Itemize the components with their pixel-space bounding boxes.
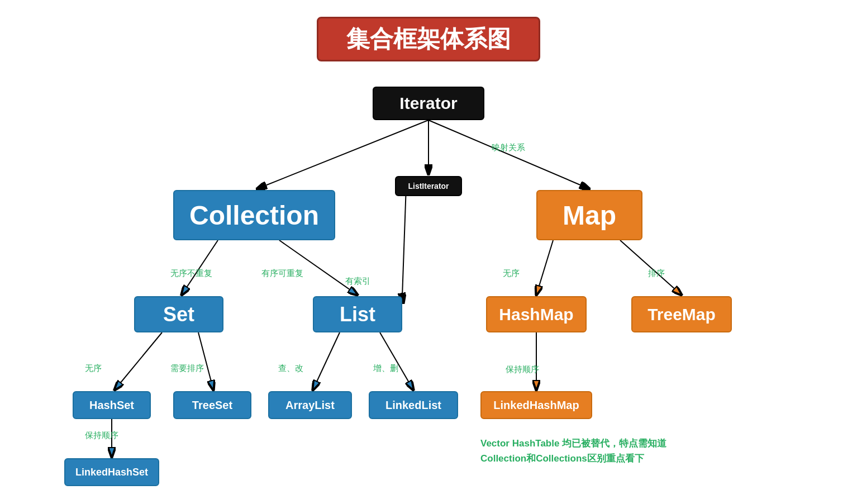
map-node: Map <box>536 190 642 240</box>
svg-line-7 <box>536 240 553 295</box>
indexed-label: 有索引 <box>345 276 370 287</box>
title-node: 集合框架体系图 <box>317 17 540 61</box>
hashset-node: HashSet <box>73 391 151 419</box>
collection-text: Collection <box>189 200 319 231</box>
diagram: 集合框架体系图 Iterator 映射关系 ListIterator Colle… <box>0 0 857 504</box>
list-node: List <box>313 296 402 332</box>
hashmap-text: HashMap <box>499 305 573 324</box>
note-line2: Collection和Collections区别重点看下 <box>480 451 666 466</box>
unordered-set-label: 无序 <box>85 363 102 374</box>
linkedhashmap-node: LinkedHashMap <box>480 391 592 419</box>
svg-line-4 <box>402 296 403 303</box>
svg-line-3 <box>402 186 406 296</box>
svg-line-9 <box>115 332 162 390</box>
linkedlist-node: LinkedList <box>369 391 458 419</box>
notes-block: Vector HashTable 均已被替代，特点需知道 Collection和… <box>480 436 666 466</box>
mapping-label: 映射关系 <box>492 142 525 153</box>
arraylist-node: ArrayList <box>268 391 352 419</box>
sorted-set-label: 需要排序 <box>170 363 204 374</box>
list-text: List <box>340 303 375 326</box>
iterator-text: Iterator <box>399 94 457 113</box>
map-text: Map <box>563 200 616 231</box>
ordered-dup-label: 有序可重复 <box>261 268 303 279</box>
unordered-no-dup-label: 无序不重复 <box>170 268 212 279</box>
treemap-text: TreeMap <box>647 305 716 324</box>
keep-order2-label: 保持顺序 <box>85 430 118 441</box>
title-text: 集合框架体系图 <box>346 23 511 55</box>
listiterator-node: ListIterator <box>395 176 462 196</box>
linkedhashset-node: LinkedHashSet <box>64 458 159 486</box>
svg-line-10 <box>198 332 213 390</box>
treeset-text: TreeSet <box>192 399 232 412</box>
set-text: Set <box>163 303 194 326</box>
treeset-node: TreeSet <box>173 391 251 419</box>
linkedlist-text: LinkedList <box>385 399 441 412</box>
unordered-label: 无序 <box>503 268 520 279</box>
query-modify-label: 查、改 <box>278 363 303 374</box>
treemap-node: TreeMap <box>631 296 732 332</box>
collection-node: Collection <box>173 190 335 240</box>
sorted-label: 排序 <box>648 268 665 279</box>
svg-line-11 <box>313 332 340 390</box>
linkedhashmap-text: LinkedHashMap <box>493 399 579 412</box>
add-delete-label: 增、删 <box>373 363 398 374</box>
hashset-text: HashSet <box>89 399 134 412</box>
svg-line-8 <box>620 240 682 295</box>
iterator-node: Iterator <box>373 87 484 120</box>
keep-order-label: 保持顺序 <box>506 364 539 375</box>
svg-line-6 <box>279 240 358 295</box>
set-node: Set <box>134 296 223 332</box>
svg-line-5 <box>182 240 218 295</box>
listiterator-text: ListIterator <box>408 182 449 191</box>
arraylist-text: ArrayList <box>285 399 335 412</box>
svg-line-12 <box>380 332 413 390</box>
note-line1: Vector HashTable 均已被替代，特点需知道 <box>480 436 666 451</box>
linkedhashset-text: LinkedHashSet <box>75 467 148 478</box>
hashmap-node: HashMap <box>486 296 587 332</box>
